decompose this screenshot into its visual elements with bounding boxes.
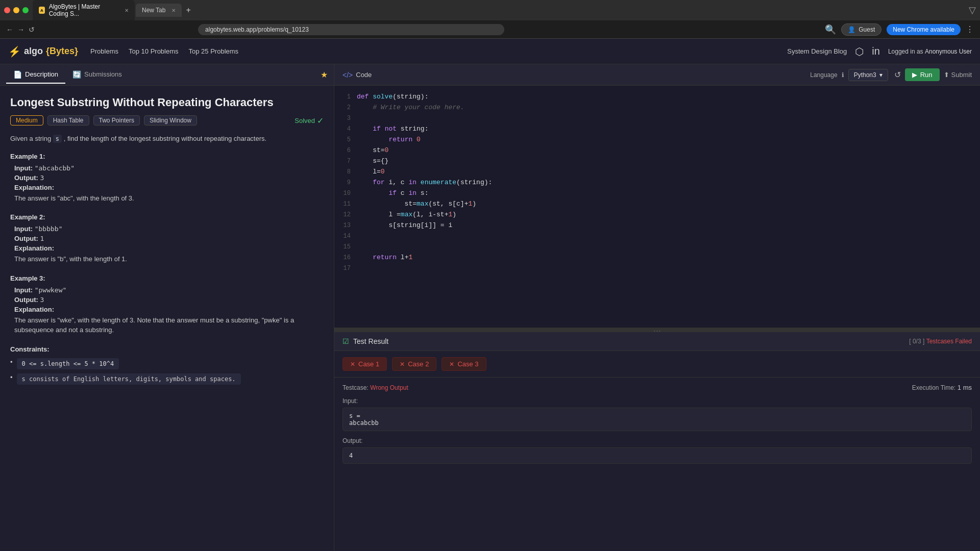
address-actions: 🔍 👤 Guest New Chrome available ⋮ [825,23,974,36]
new-chrome-banner[interactable]: New Chrome available [887,24,961,35]
test-count-bracket: ] [923,338,924,345]
line-num-8: 8 [340,167,351,178]
constraint-1-text: 0 <= s.length <= 5 * 10^4 [17,358,119,369]
case-1-button[interactable]: ✕ Case 1 [342,357,387,371]
chrome-minimize-icon[interactable]: ▽ [969,5,976,16]
submit-button[interactable]: ⬆ Submit [944,71,972,79]
tab-submissions[interactable]: 🔄 Submissions [65,66,129,84]
linkedin-icon[interactable]: in [872,45,880,57]
logged-in-label: Logged in as Anonymous User [888,48,972,55]
github-icon[interactable]: ⬡ [855,45,864,58]
submit-label: Submit [951,71,972,79]
code-line-11: st=max(st, s[c]+1) [357,199,974,210]
line-num-14: 14 [340,231,351,242]
code-line-12: l =max(l, i-st+1) [357,210,974,220]
case-2-label: Case 2 [408,360,429,368]
case-2-button[interactable]: ✕ Case 2 [392,357,436,371]
language-selected: Python3 [854,71,876,79]
browser-controls [4,7,29,13]
line-numbers: 1 2 3 4 5 6 7 8 9 10 11 12 13 14 [334,86,355,328]
language-info-icon[interactable]: ℹ [842,71,844,79]
example-3-body: Input: "pwwkew" Output: 3 Explanation: T… [10,286,324,335]
bookmark-button[interactable]: ★ [321,70,328,80]
example-3-explanation: Explanation: [14,306,324,313]
case-3-button[interactable]: ✕ Case 3 [442,357,486,371]
reload-button[interactable]: ↺ [29,26,35,34]
run-button[interactable]: ▶ Run [905,68,940,81]
solved-label: Solved [295,117,315,124]
case-2-x-icon: ✕ [400,361,405,368]
example-2-input: Input: "bbbbb" [14,225,324,233]
line-num-11: 11 [340,199,351,210]
input-value: abcabcbb [349,419,965,427]
logo-bolt-icon: ⚡ [8,45,21,58]
example-1: Example 1: Input: "abcabcbb" Output: 3 E… [10,153,324,204]
test-score: 0/3 [913,338,921,345]
guest-button[interactable]: 👤 Guest [841,23,881,36]
system-design-link[interactable]: System Design Blog [787,47,847,55]
line-num-16: 16 [340,253,351,263]
main-layout: 📄 Description 🔄 Submissions ★ Longest Su… [0,64,980,551]
nav-buttons: ← → ↺ [6,26,35,34]
maximize-btn[interactable] [22,7,29,13]
test-results-header: ☑ Test Result [ 0/3 ] Testcases Failed [334,332,980,351]
browser-chrome: A AlgoBytes | Master Coding S... ✕ New T… [0,0,980,20]
example-3-input: Input: "pwwkew" [14,286,324,294]
tag-hash-table[interactable]: Hash Table [47,115,89,126]
line-num-10: 10 [340,188,351,199]
code-line-9: for i, c in enumerate(string): [357,178,974,188]
run-play-icon: ▶ [912,71,917,79]
code-toolbar: </> Code Language ℹ Python3 ▾ ↺ [334,64,980,86]
nav-problems[interactable]: Problems [90,47,118,55]
logo[interactable]: ⚡ algo {Bytes} [8,45,78,58]
minimize-btn[interactable] [13,7,19,13]
code-line-7: s={} [357,156,974,167]
tab-new[interactable]: New Tab ✕ [136,4,182,17]
tag-two-pointers[interactable]: Two Pointers [93,115,140,126]
test-failed-label: Testcases Failed [926,338,972,345]
zoom-icon[interactable]: 🔍 [825,24,836,35]
panel-tabs: 📄 Description 🔄 Submissions ★ [0,64,334,86]
url-text: algobytes.web.app/problems/q_10123 [205,26,309,33]
case-3-label: Case 3 [457,360,478,368]
settings-icon[interactable]: ⋮ [966,24,974,34]
back-button[interactable]: ← [6,26,13,34]
upload-icon: ⬆ [944,71,949,79]
code-line-13: s[string[i]] = i [357,220,974,231]
test-cases-bar: ✕ Case 1 ✕ Case 2 ✕ Case 3 [334,351,980,378]
line-num-3: 3 [340,113,351,124]
difficulty-badge: Medium [10,115,43,126]
test-results-title: Test Result [353,337,388,345]
close-btn[interactable] [4,7,10,13]
new-tab-button[interactable]: + [183,5,193,16]
test-results-panel: ☑ Test Result [ 0/3 ] Testcases Failed ✕… [334,332,980,476]
forward-button[interactable]: → [17,26,24,34]
tab-description-label: Description [25,70,58,78]
code-line-3 [357,113,974,124]
example-2-explanation-text: The answer is "b", with the length of 1. [14,254,324,264]
case-1-label: Case 1 [358,360,379,368]
chevron-down-icon: ▾ [879,71,883,79]
input-label: Input: [342,397,972,405]
tag-sliding-window[interactable]: Sliding Window [144,115,197,126]
example-3: Example 3: Input: "pwwkew" Output: 3 Exp… [10,274,324,335]
constraint-2: • s consists of English letters, digits,… [10,373,324,385]
reset-button[interactable]: ↺ [894,70,901,80]
line-num-5: 5 [340,135,351,145]
code-editor[interactable]: 1 2 3 4 5 6 7 8 9 10 11 12 13 14 [334,86,980,328]
example-1-title: Example 1: [10,153,324,160]
inline-s-code: s [53,135,62,143]
nav-top10[interactable]: Top 10 Problems [129,47,179,55]
output-label: Output: [342,437,972,444]
tab-close-icon[interactable]: ✕ [125,8,129,13]
language-dropdown[interactable]: Python3 ▾ [848,69,888,81]
tab-description[interactable]: 📄 Description [6,66,65,84]
tab-algobytes[interactable]: A AlgoBytes | Master Coding S... ✕ [33,0,135,20]
line-num-1: 1 [340,92,351,103]
tab-new-label: New Tab [142,7,165,14]
nav-top25[interactable]: Top 25 Problems [189,47,239,55]
example-1-body: Input: "abcabcbb" Output: 3 Explanation:… [10,164,324,204]
code-content[interactable]: def solve(string): # Write your code her… [355,86,980,328]
url-bar[interactable]: algobytes.web.app/problems/q_10123 [198,24,504,35]
tab-new-close-icon[interactable]: ✕ [172,8,176,13]
